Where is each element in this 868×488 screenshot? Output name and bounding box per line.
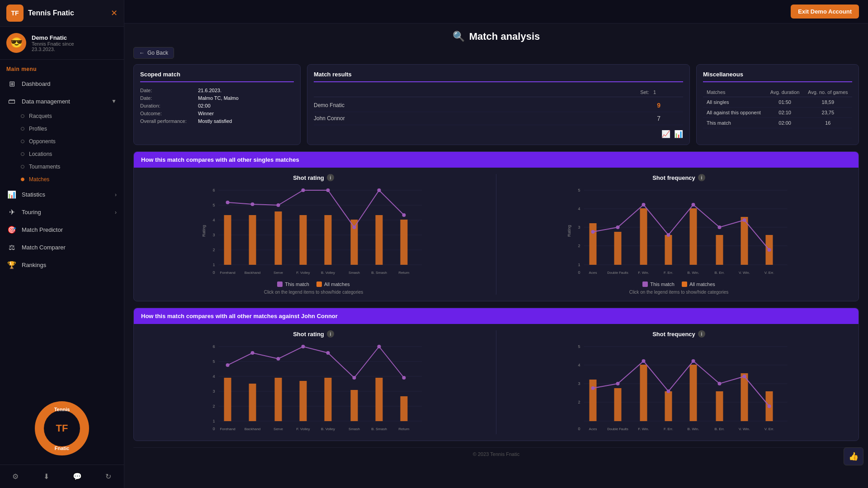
svg-text:V. Err.: V. Err. [764,271,774,275]
refresh-button[interactable]: ↻ [93,469,124,484]
svg-point-133 [591,386,595,390]
player-score2: 7 [657,115,683,122]
player-row: Demo Fnatic 9 [314,99,683,112]
match-comparer-icon: ⚖ [7,243,16,252]
dashboard-icon: ⊞ [7,80,16,88]
page-header: 🔍 Match analysis [133,23,859,47]
sub-item-label: Matches [29,176,49,183]
sidebar-sub-opponents[interactable]: Opponents [0,135,124,148]
svg-text:3: 3 [212,389,215,394]
sub-dot [21,152,24,156]
sidebar-sub-tournaments[interactable]: Tournaments [0,160,124,173]
shot-rating-subtitle: Shot rating i [140,174,487,181]
table-row: All against this opponent 02:10 23,75 [703,108,852,118]
sidebar-sub-profiles[interactable]: Profiles [0,122,124,135]
sidebar-item-statistics[interactable]: 📊 Statistics › [0,186,124,203]
svg-point-101 [277,357,280,361]
scoped-match-title: Scoped match [140,71,294,82]
svg-text:Return: Return [398,271,409,275]
info-row: Overall performance: Mostly satisfied [140,118,294,124]
sidebar-sub-racquets[interactable]: Racquets [0,110,124,122]
svg-point-62 [616,225,620,229]
svg-point-29 [353,225,356,229]
chart-section-1-title: How this match compares with all other s… [134,152,859,168]
chart-note: Click on the legend items to show/hide c… [505,290,852,295]
legend-all-matches[interactable]: All matches [316,282,350,287]
svg-text:3: 3 [578,225,580,230]
info-row: Duration: 02:00 [140,103,294,108]
sidebar-item-dashboard[interactable]: ⊞ Dashboard [0,75,124,93]
svg-point-104 [353,376,356,380]
svg-rect-131 [741,373,748,421]
import-button[interactable]: ⬇ [31,469,62,484]
svg-point-31 [402,213,406,217]
svg-point-67 [743,218,746,222]
svg-text:0: 0 [212,270,215,275]
player-score: 9 [657,102,683,109]
legend-this-match[interactable]: This match [277,282,309,287]
sidebar-sub-locations[interactable]: Locations [0,148,124,160]
sub-item-label: Racquets [29,113,52,119]
exit-demo-button[interactable]: Exit Demo Account [791,5,859,19]
app-logo[interactable]: TF [6,5,24,22]
chart-icon[interactable]: 📈 [661,130,670,138]
svg-rect-128 [665,391,672,421]
svg-text:5: 5 [212,359,215,364]
svg-text:B. Err.: B. Err. [714,427,724,431]
svg-point-139 [743,375,746,378]
row-duration: 02:10 [766,108,804,118]
svg-text:5: 5 [578,188,580,192]
svg-text:4: 4 [578,363,580,367]
sidebar-item-match-predictor[interactable]: 🎯 Match Predictor [0,221,124,239]
sidebar-item-data-management[interactable]: 🗃 Data management ▼ [0,93,124,110]
info-icon[interactable]: i [698,330,705,338]
svg-point-64 [667,233,670,237]
svg-text:2: 2 [212,248,215,252]
chevron-right-icon: › [115,209,117,216]
info-row: Outcome: Winner [140,111,294,116]
chart-legend-1: This match All matches [140,282,487,287]
chevron-down-icon: ▼ [111,98,117,104]
svg-rect-93 [275,378,282,421]
bar-chart-icon[interactable]: 📊 [674,130,683,138]
svg-rect-94 [300,381,307,421]
brand-circle: TF Tennis Fnatic [35,401,89,455]
svg-text:Aces: Aces [589,271,597,275]
svg-rect-53 [590,223,597,265]
match-results-title: Match results [314,71,683,82]
sidebar-item-touring[interactable]: ✈ Touring › [0,203,124,221]
svg-text:Backhand: Backhand [245,427,261,431]
set-label: Set: 1 [640,89,656,95]
user-since: Tennis Fnatic since [32,41,74,47]
svg-text:Smash: Smash [349,427,360,431]
svg-text:Rating: Rating [567,225,571,237]
like-button[interactable]: 👍 [844,447,863,465]
info-icon[interactable]: i [698,174,705,181]
page-title: Match analysis [469,31,540,42]
info-icon[interactable]: i [327,330,334,338]
sub-item-label: Opponents [29,138,56,145]
close-icon[interactable]: ✕ [111,8,118,18]
svg-text:2: 2 [578,400,580,404]
legend-all-matches[interactable]: All matches [682,282,715,287]
svg-text:4: 4 [212,218,215,222]
legend-this-match[interactable]: This match [642,282,675,287]
sidebar-sub-matches[interactable]: Matches [0,173,124,186]
sidebar-item-rankings[interactable]: 🏆 Rankings [0,256,124,274]
svg-text:5: 5 [212,203,215,207]
touring-icon: ✈ [7,208,16,216]
charts-row-2: Shot rating i 6 5 4 [134,324,859,441]
chat-button[interactable]: 💬 [62,469,93,484]
main-menu-label: Main menu [0,60,124,75]
info-icon[interactable]: i [327,174,334,181]
col-header-matches: Matches [703,88,766,97]
shot-frequency-area: 5 4 3 2 1 0 Rating [505,186,852,278]
app-title: Tennis Fnatic [28,9,106,17]
svg-rect-97 [376,378,383,421]
sidebar-item-match-comparer[interactable]: ⚖ Match Comparer [0,239,124,256]
svg-text:6: 6 [212,188,215,192]
shot-frequency-subtitle: Shot frequency i [505,174,852,181]
settings-button[interactable]: ⚙ [0,469,31,484]
svg-text:2: 2 [212,404,215,408]
go-back-button[interactable]: ← Go Back [133,47,174,59]
